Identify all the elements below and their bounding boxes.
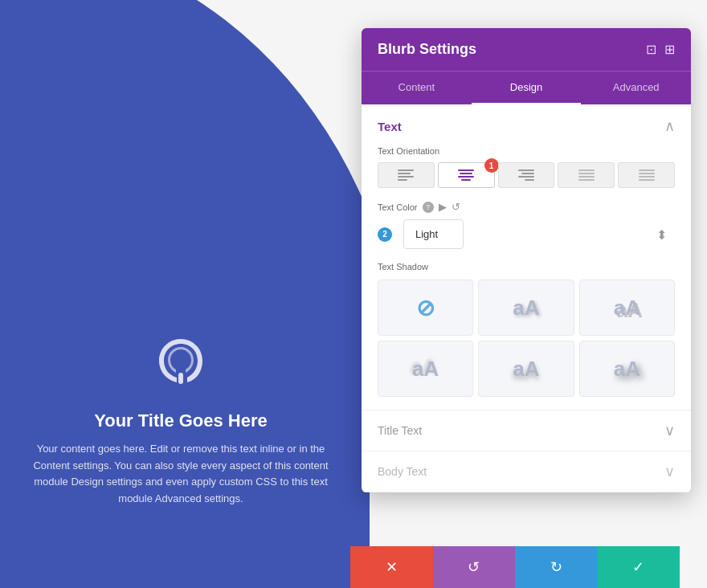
orient-justify[interactable] [558, 162, 615, 188]
orient-justify-all[interactable] [618, 162, 675, 188]
color-label-text: Text Color [378, 202, 418, 212]
svg-rect-4 [398, 179, 407, 181]
panel-header-icons: ⊡ ⊞ [646, 42, 675, 57]
save-button[interactable]: ✓ [598, 546, 680, 588]
cancel-button[interactable]: ✕ [350, 546, 433, 588]
blurb-preview: Your Title Goes Here Your content goes h… [8, 331, 354, 508]
blurb-title: Your Title Goes Here [8, 410, 354, 431]
color-select-container: Light Dark Custom ⬍ [403, 219, 675, 249]
shadow-2[interactable]: aA [579, 280, 675, 336]
cancel-icon: ✕ [386, 558, 398, 576]
svg-rect-18 [639, 173, 655, 174]
color-select[interactable]: Light Dark Custom [403, 219, 464, 249]
body-text-label: Body Text [378, 465, 427, 478]
no-shadow-icon: ⊘ [416, 295, 435, 321]
shadow-4-preview: aA [513, 357, 539, 382]
svg-rect-15 [578, 176, 595, 178]
shadow-3-preview: aA [412, 357, 439, 382]
panel-body: Text ∧ Text Orientation [362, 104, 691, 492]
title-text-section[interactable]: Title Text ∨ [362, 410, 691, 451]
shadow-5-preview: aA [614, 357, 640, 382]
shadow-3[interactable]: aA [378, 341, 473, 397]
tab-advanced[interactable]: Advanced [581, 71, 691, 104]
orientation-label: Text Orientation [378, 146, 675, 156]
text-section-title: Text [378, 120, 402, 133]
svg-rect-10 [521, 173, 534, 174]
text-section-header: Text ∧ [378, 117, 675, 135]
svg-rect-7 [458, 176, 474, 178]
bottom-action-bar: ✕ ↺ ↻ ✓ [350, 546, 680, 588]
svg-rect-8 [461, 179, 471, 181]
color-cursor-icon[interactable]: ▶ [439, 201, 447, 213]
color-select-wrapper: 2 Light Dark Custom ⬍ [378, 219, 675, 249]
redo-button[interactable]: ↻ [515, 546, 598, 588]
select-arrow-icon: ⬍ [656, 227, 667, 242]
orient-left[interactable] [378, 162, 435, 188]
blurb-text: Your content goes here. Edit or remove t… [8, 441, 354, 508]
svg-rect-13 [578, 169, 595, 171]
shadow-4[interactable]: aA [478, 341, 574, 397]
color-label-row: Text Color ? ▶ ↺ [378, 201, 675, 213]
svg-rect-1 [398, 169, 414, 171]
save-icon: ✓ [632, 558, 644, 576]
shadow-1-preview: aA [513, 296, 539, 321]
undo-icon: ↺ [468, 558, 480, 576]
responsive-icon[interactable]: ⊡ [646, 42, 656, 57]
svg-rect-9 [518, 169, 534, 171]
tab-bar: Content Design Advanced [362, 71, 691, 104]
color-badge: 2 [378, 227, 392, 242]
svg-rect-0 [178, 373, 183, 384]
shadow-none[interactable]: ⊘ [378, 280, 473, 336]
svg-rect-11 [518, 176, 534, 178]
shadow-label: Text Shadow [378, 262, 675, 272]
orient-center[interactable]: 1 [438, 162, 495, 188]
svg-rect-20 [639, 179, 655, 181]
color-help-icon[interactable]: ? [423, 202, 434, 213]
orientation-label-text: Text Orientation [378, 146, 439, 156]
undo-button[interactable]: ↺ [433, 546, 516, 588]
blurb-icon [8, 331, 354, 398]
svg-rect-5 [458, 169, 474, 171]
body-text-toggle: ∨ [664, 463, 675, 480]
fullscreen-icon[interactable]: ⊞ [664, 42, 675, 57]
shadow-5[interactable]: aA [579, 341, 675, 397]
title-text-label: Title Text [378, 424, 422, 437]
tab-content[interactable]: Content [362, 71, 472, 104]
svg-rect-3 [398, 176, 414, 178]
shadow-1[interactable]: aA [478, 280, 574, 336]
text-section: Text ∧ Text Orientation [362, 104, 691, 410]
tab-design[interactable]: Design [472, 71, 582, 104]
body-text-section[interactable]: Body Text ∨ [362, 451, 691, 492]
orient-right[interactable] [498, 162, 555, 188]
title-text-toggle: ∨ [664, 422, 675, 439]
svg-rect-19 [639, 176, 655, 178]
settings-panel: Blurb Settings ⊡ ⊞ Content Design Advanc… [362, 28, 691, 492]
svg-rect-6 [460, 173, 472, 174]
svg-rect-16 [578, 179, 595, 181]
svg-rect-12 [525, 179, 534, 181]
orientation-grid: 1 [378, 162, 675, 188]
shadow-2-preview: aA [614, 296, 640, 321]
svg-rect-17 [639, 169, 655, 171]
shadow-grid: ⊘ aA aA aA aA [378, 280, 675, 397]
redo-icon: ↻ [550, 558, 562, 576]
text-section-toggle[interactable]: ∧ [664, 117, 675, 135]
color-reset-icon[interactable]: ↺ [452, 201, 460, 213]
svg-rect-2 [398, 173, 411, 174]
panel-header: Blurb Settings ⊡ ⊞ [362, 28, 691, 71]
orientation-badge: 1 [484, 158, 499, 173]
svg-rect-14 [578, 173, 595, 174]
panel-title: Blurb Settings [378, 41, 476, 58]
shadow-label-text: Text Shadow [378, 262, 428, 272]
